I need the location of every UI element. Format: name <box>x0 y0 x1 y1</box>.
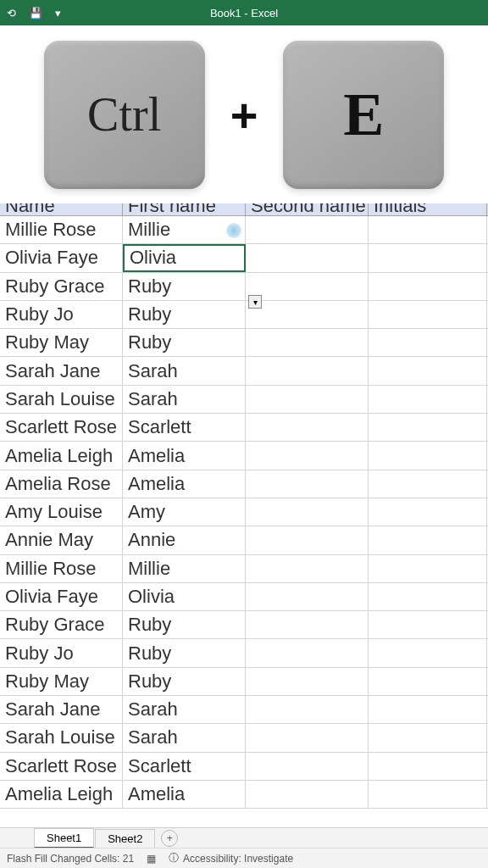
cell-first-name[interactable]: Olivia <box>123 244 246 271</box>
cell-second-name[interactable] <box>246 357 369 384</box>
cell-initials[interactable] <box>369 357 487 384</box>
cell-name[interactable]: Amelia Leigh <box>0 442 123 469</box>
cell-name[interactable]: Ruby Jo <box>0 639 123 666</box>
cell-name[interactable]: Sarah Louise <box>0 724 123 751</box>
header-initials[interactable]: Initials <box>369 203 487 215</box>
cell-first-name[interactable]: Olivia <box>123 583 246 610</box>
cell-initials[interactable] <box>369 216 487 243</box>
cell-second-name[interactable] <box>246 414 369 441</box>
cell-second-name[interactable] <box>246 470 369 498</box>
cell-initials[interactable] <box>369 526 487 554</box>
cell-second-name[interactable] <box>246 216 369 243</box>
cell-initials[interactable] <box>369 639 487 666</box>
cell-first-name[interactable]: Sarah <box>123 724 246 751</box>
cell-initials[interactable] <box>369 470 487 498</box>
cell-first-name[interactable]: Scarlett <box>123 753 246 780</box>
cell-name[interactable]: Ruby Jo <box>0 301 123 328</box>
save-icon[interactable]: 💾 <box>29 7 42 19</box>
cell-second-name[interactable] <box>246 583 369 610</box>
cell-second-name[interactable] <box>246 273 369 300</box>
cell-first-name[interactable]: Sarah <box>123 357 246 384</box>
cell-first-name[interactable]: Annie <box>123 526 246 554</box>
cell-second-name[interactable] <box>246 724 369 751</box>
cell-name[interactable]: Sarah Jane <box>0 696 123 723</box>
cell-first-name[interactable]: Sarah <box>123 696 246 723</box>
cell-first-name[interactable]: Millie <box>123 216 246 243</box>
cell-name[interactable]: Ruby May <box>0 329 123 356</box>
cell-name[interactable]: Scarlett Rose <box>0 753 123 780</box>
autosave-icon[interactable]: ⟲ <box>7 7 16 19</box>
cell-first-name[interactable]: Millie <box>123 555 246 582</box>
sheet-tab-2[interactable]: Sheet2 <box>95 829 155 848</box>
cell-name[interactable]: Sarah Jane <box>0 357 123 384</box>
cell-first-name[interactable]: Ruby <box>123 668 246 695</box>
cell-initials[interactable] <box>369 696 487 723</box>
cell-name[interactable]: Millie Rose <box>0 555 123 582</box>
cell-name[interactable]: Amy Louise <box>0 498 123 526</box>
header-second-name[interactable]: Second name <box>246 203 369 215</box>
cell-name[interactable]: Ruby May <box>0 668 123 695</box>
cell-first-name[interactable]: Ruby <box>123 301 246 328</box>
macro-icon[interactable]: ▦ <box>147 853 156 865</box>
cell-initials[interactable] <box>369 555 487 582</box>
cell-first-name[interactable]: Ruby <box>123 611 246 638</box>
more-icon[interactable]: ▾ <box>55 7 61 19</box>
cell-name[interactable]: Olivia Faye <box>0 244 123 271</box>
cell-second-name[interactable] <box>246 442 369 469</box>
cell-name[interactable]: Ruby Grace <box>0 611 123 638</box>
cell-initials[interactable] <box>369 414 487 441</box>
cell-initials[interactable] <box>369 724 487 751</box>
cell-second-name[interactable] <box>246 781 369 808</box>
cell-first-name[interactable]: Scarlett <box>123 414 246 441</box>
cell-initials[interactable] <box>369 386 487 413</box>
cell-first-name[interactable]: Ruby <box>123 273 246 300</box>
cell-name[interactable]: Sarah Louise <box>0 386 123 413</box>
cell-name[interactable]: Amelia Rose <box>0 470 123 498</box>
add-sheet-button[interactable]: + <box>161 830 178 847</box>
cell-first-name[interactable]: Ruby <box>123 639 246 666</box>
cell-second-name[interactable] <box>246 244 369 271</box>
spreadsheet-grid[interactable]: Name First name Second name Initials Mil… <box>0 203 488 819</box>
keyboard-shortcut-overlay: Ctrl + E <box>0 25 488 203</box>
flash-fill-smart-tag[interactable]: ▾ <box>248 295 262 309</box>
cell-initials[interactable] <box>369 781 487 808</box>
cell-initials[interactable] <box>369 611 487 638</box>
cell-initials[interactable] <box>369 498 487 526</box>
cell-second-name[interactable] <box>246 301 369 328</box>
cell-name[interactable]: Amelia Leigh <box>0 781 123 808</box>
cell-first-name[interactable]: Amelia <box>123 442 246 469</box>
cell-first-name[interactable]: Amelia <box>123 781 246 808</box>
cell-second-name[interactable] <box>246 696 369 723</box>
cell-initials[interactable] <box>369 329 487 356</box>
cell-second-name[interactable] <box>246 668 369 695</box>
cell-second-name[interactable] <box>246 386 369 413</box>
cell-initials[interactable] <box>369 583 487 610</box>
cell-name[interactable]: Annie May <box>0 526 123 554</box>
cell-first-name[interactable]: Sarah <box>123 386 246 413</box>
cell-second-name[interactable] <box>246 639 369 666</box>
sheet-tab-1[interactable]: Sheet1 <box>34 828 94 849</box>
cell-name[interactable]: Olivia Faye <box>0 583 123 610</box>
cell-initials[interactable] <box>369 301 487 328</box>
accessibility-status[interactable]: ⓘ Accessibility: Investigate <box>169 851 293 865</box>
cell-initials[interactable] <box>369 668 487 695</box>
cell-second-name[interactable] <box>246 498 369 526</box>
cell-name[interactable]: Ruby Grace <box>0 273 123 300</box>
cell-second-name[interactable] <box>246 329 369 356</box>
header-first-name[interactable]: First name <box>123 203 246 215</box>
cell-initials[interactable] <box>369 753 487 780</box>
cell-name[interactable]: Millie Rose <box>0 216 123 243</box>
cell-initials[interactable] <box>369 273 487 300</box>
cell-first-name[interactable]: Amy <box>123 498 246 526</box>
flash-fill-status[interactable]: Flash Fill Changed Cells: 21 <box>7 853 134 865</box>
cell-first-name[interactable]: Amelia <box>123 470 246 498</box>
cell-initials[interactable] <box>369 244 487 271</box>
cell-second-name[interactable] <box>246 555 369 582</box>
cell-second-name[interactable] <box>246 526 369 554</box>
cell-initials[interactable] <box>369 442 487 469</box>
cell-second-name[interactable] <box>246 611 369 638</box>
cell-name[interactable]: Scarlett Rose <box>0 414 123 441</box>
cell-first-name[interactable]: Ruby <box>123 329 246 356</box>
cell-second-name[interactable] <box>246 753 369 780</box>
header-name[interactable]: Name <box>0 203 123 215</box>
